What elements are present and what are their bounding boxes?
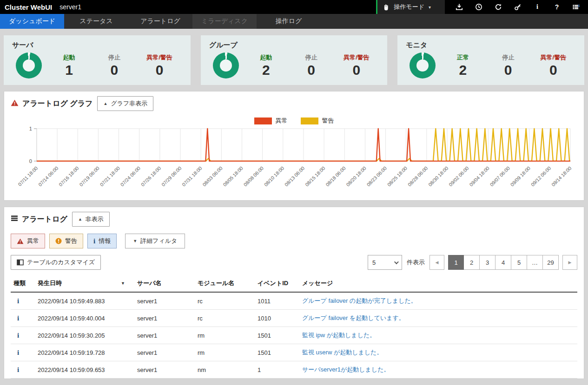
- svg-text:1: 1: [29, 126, 32, 131]
- message-link[interactable]: グループ failover を起動しています。: [302, 314, 405, 321]
- message-link[interactable]: グループ failover の起動が完了しました。: [302, 297, 417, 304]
- col-header-module[interactable]: モジュール名: [195, 275, 255, 292]
- col-header-datetime[interactable]: 発生日時▼: [35, 275, 134, 292]
- table-header-row: 種類 発生日時▼ サーバ名 モジュール名 イベントID メッセージ: [11, 275, 577, 292]
- stat-value: 0: [531, 62, 576, 78]
- table-row: i 2022/09/14 10:59:19.728 server1 rm 150…: [11, 344, 577, 361]
- tab-operation-log[interactable]: 操作ログ: [257, 14, 321, 29]
- table-row: i 2022/09/14 10:59:09.653 server1 nm 1 サ…: [11, 361, 577, 378]
- svg-text:09/04 18:00: 09/04 18:00: [469, 165, 490, 187]
- cell-server: server1: [134, 327, 195, 344]
- collapse-icon: ▲: [103, 101, 107, 106]
- alert-log-panel: アラートログ ▲ 非表示 異常 警告 i 情報 ▼ 詳細フィルタ: [4, 207, 584, 379]
- svg-text:08/13 06:00: 08/13 06:00: [284, 165, 305, 187]
- clock-icon[interactable]: [475, 3, 483, 11]
- svg-text:07/21 18:00: 07/21 18:00: [99, 165, 121, 187]
- hide-graph-button[interactable]: ▲ グラフ非表示: [97, 96, 153, 111]
- alert-log-time-series-chart: 07/11 18:0007/14 06:0007/16 18:0007/19 0…: [11, 126, 577, 199]
- download-icon[interactable]: [455, 3, 463, 11]
- prev-page-button[interactable]: ◀: [429, 255, 444, 270]
- monitor-donut-chart: [410, 52, 436, 78]
- stat-value: 0: [137, 62, 182, 78]
- message-link[interactable]: 監視 ipw が起動しました。: [302, 332, 376, 339]
- hide-table-button[interactable]: ▲ 非表示: [72, 212, 110, 227]
- col-header-server[interactable]: サーバ名: [134, 275, 195, 292]
- svg-text:09/09 18:00: 09/09 18:00: [509, 165, 531, 187]
- summary-cards: サーバ 起動1 停止0 異常/警告0 グループ 起動2 停止0 異常/警告0 モ…: [4, 35, 584, 85]
- alert-panel-title: アラートログ: [11, 215, 67, 224]
- cell-datetime: 2022/09/14 10:59:49.883: [35, 292, 134, 310]
- warning-circle-icon: [55, 238, 62, 244]
- legend-item-error: 異常: [254, 117, 288, 125]
- detail-filter-button[interactable]: ▼ 詳細フィルタ: [125, 234, 185, 248]
- filter-info-button[interactable]: i 情報: [87, 234, 117, 248]
- operation-mode-dropdown[interactable]: 操作モード ▾: [376, 0, 445, 14]
- page-button-1[interactable]: 1: [448, 255, 464, 270]
- page-button-29[interactable]: 29: [543, 255, 559, 270]
- table-info-icon[interactable]: i: [572, 3, 581, 11]
- filter-error-button[interactable]: 異常: [11, 234, 45, 248]
- stat-label: 停止: [92, 53, 137, 62]
- stat-value: 0: [92, 62, 137, 78]
- sort-desc-icon[interactable]: ▼: [121, 281, 132, 286]
- filter-warning-button[interactable]: 警告: [49, 234, 83, 248]
- error-swatch: [254, 117, 272, 124]
- svg-text:08/05 18:00: 08/05 18:00: [222, 165, 244, 187]
- svg-text:09/07 06:00: 09/07 06:00: [489, 165, 511, 187]
- cell-datetime: 2022/09/14 10:59:30.205: [35, 327, 134, 344]
- message-link[interactable]: サーバserver1が起動しました。: [302, 366, 390, 373]
- cell-datetime: 2022/09/14 10:59:19.728: [35, 344, 134, 361]
- chevron-down-icon: ▾: [429, 5, 431, 10]
- page-ellipsis[interactable]: …: [527, 255, 543, 270]
- stat-label: 異常/警告: [137, 53, 182, 62]
- cell-event-id: 1: [255, 361, 299, 378]
- cell-event-id: 1010: [255, 310, 299, 327]
- alert-log-table: 種類 発生日時▼ サーバ名 モジュール名 イベントID メッセージ i 2022…: [11, 275, 577, 378]
- info-icon: i: [11, 327, 35, 344]
- refresh-icon[interactable]: [494, 3, 502, 11]
- pagination: ◀ 1 2 3 4 5 … 29 ▶: [429, 255, 577, 270]
- col-header-event-id[interactable]: イベントID: [255, 275, 299, 292]
- message-link[interactable]: 監視 userw が起動しました。: [302, 349, 383, 356]
- cell-event-id: 1501: [255, 327, 299, 344]
- stat-value: 0: [486, 62, 531, 78]
- graph-panel-title: アラートログ グラフ: [11, 99, 92, 109]
- stat-label: 正常: [440, 53, 485, 62]
- monitor-card: モニタ 正常2 停止0 異常/警告0: [397, 35, 584, 85]
- stat-value: 2: [244, 62, 289, 78]
- cell-server: server1: [134, 292, 195, 310]
- page-button-5[interactable]: 5: [511, 255, 527, 270]
- svg-text:08/28 06:00: 08/28 06:00: [407, 165, 429, 187]
- customize-table-button[interactable]: テーブルのカスタマイズ: [11, 255, 101, 270]
- cell-event-id: 1501: [255, 344, 299, 361]
- col-header-message[interactable]: メッセージ: [299, 275, 577, 292]
- page-size-select[interactable]: 5: [368, 255, 402, 270]
- svg-text:07/29 06:00: 07/29 06:00: [161, 165, 183, 187]
- cell-datetime: 2022/09/14 10:59:09.653: [35, 361, 134, 378]
- help-icon[interactable]: ?: [553, 3, 561, 11]
- stat-value: 0: [334, 62, 379, 78]
- svg-text:09/14 18:00: 09/14 18:00: [551, 165, 573, 187]
- page-button-3[interactable]: 3: [480, 255, 496, 270]
- svg-text:08/30 18:00: 08/30 18:00: [428, 165, 449, 187]
- page-button-2[interactable]: 2: [464, 255, 480, 270]
- tab-dashboard[interactable]: ダッシュボード: [0, 14, 64, 29]
- operation-mode-label: 操作モード: [394, 3, 424, 11]
- info-icon[interactable]: i: [533, 3, 542, 11]
- cell-module: nm: [195, 361, 255, 378]
- table-row: i 2022/09/14 10:59:49.883 server1 rc 101…: [11, 292, 577, 310]
- app-title: Cluster WebUI: [0, 3, 52, 11]
- expand-icon: ▼: [133, 239, 137, 243]
- tab-status[interactable]: ステータス: [64, 14, 128, 29]
- tab-alert-log[interactable]: アラートログ: [128, 14, 192, 29]
- key-icon[interactable]: [514, 3, 522, 11]
- group-card-title: グループ: [209, 41, 379, 50]
- page-button-4[interactable]: 4: [496, 255, 511, 270]
- filter-row: 異常 警告 i 情報 ▼ 詳細フィルタ: [11, 234, 577, 248]
- chart-legend: 異常 警告: [11, 117, 577, 125]
- cell-server: server1: [134, 344, 195, 361]
- col-header-type[interactable]: 種類: [11, 275, 35, 292]
- svg-text:09/02 06:00: 09/02 06:00: [448, 165, 470, 187]
- next-page-button[interactable]: ▶: [562, 255, 577, 270]
- svg-text:07/24 06:00: 07/24 06:00: [119, 165, 141, 187]
